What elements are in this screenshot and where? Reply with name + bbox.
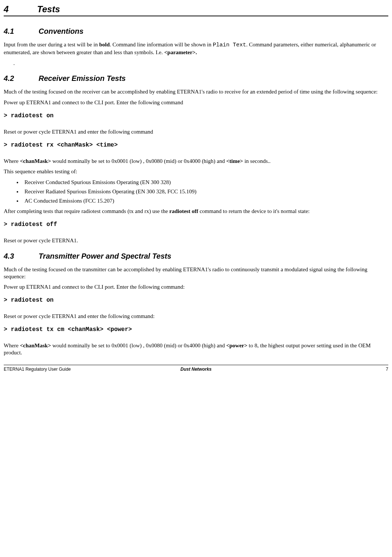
footer-left: ETERNA1 Regulatory User Guide [4, 367, 132, 372]
page-footer: ETERNA1 Regulatory User Guide Dust Netwo… [4, 365, 388, 372]
text-dot: . [13, 60, 388, 67]
text-bold: radiotest off [169, 208, 198, 214]
command-radiotest-on-2: > radiotest on [4, 296, 388, 304]
text-run: Where [4, 158, 20, 164]
command-radiotest-off: > radiotest off [4, 221, 388, 228]
paragraph-chanmask-power: Where <chanMask> would nominally be set … [4, 342, 388, 356]
paragraph: This sequence enables testing of: [4, 168, 388, 175]
section-title: Tests [37, 4, 60, 15]
command-radiotest-tx: > radiotest tx cm <chanMask> <power> [4, 326, 388, 333]
subsection-number: 4.1 [4, 27, 39, 36]
list-item: Receiver Conducted Spurious Emissions Op… [22, 179, 388, 186]
text-mono: Plain Text [213, 42, 246, 48]
paragraph: Much of the testing focused on the recei… [4, 88, 388, 95]
text-run: would nominally be set to 0x0001 (low) ,… [51, 158, 226, 164]
text-run: in seconds.. [243, 158, 270, 164]
bullet-list: Receiver Conducted Spurious Emissions Op… [22, 179, 388, 204]
text-bold: <parameter>. [164, 49, 197, 55]
subsection-heading-4-1: 4.1 Conventions [4, 27, 388, 36]
footer-center: Dust Networks [132, 367, 260, 372]
subsection-title: Conventions [39, 27, 83, 36]
command-radiotest-rx: > radiotest rx <chanMask> <time> [4, 141, 388, 149]
text-run: Input from the user during a test will b… [4, 42, 99, 47]
subsection-heading-4-3: 4.3 Transmitter Power and Spectral Tests [4, 252, 388, 261]
paragraph: Power up ETERNA1 and connect to the CLI … [4, 284, 388, 291]
paragraph: Much of the testing focused on the trans… [4, 266, 388, 280]
text-run: . Command line information will be shown… [110, 42, 213, 47]
paragraph-chanmask-time: Where <chanMask> would nominally be set … [4, 158, 388, 165]
text-bold: bold [99, 42, 109, 47]
text-run: command to return the device to it's nor… [198, 208, 310, 214]
subsection-number: 4.3 [4, 252, 39, 261]
text-run: would nominally be set to 0x0001 (low) ,… [51, 343, 226, 348]
paragraph: Reset or power cycle ETERNA1 and enter t… [4, 128, 388, 135]
text-bold: <time> [226, 158, 243, 164]
paragraph-radiotest-off-note: After completing tests that require radi… [4, 208, 388, 215]
subsection-title: Transmitter Power and Spectral Tests [39, 252, 171, 261]
section-heading-1: 4 Tests [4, 4, 388, 16]
subsection-title: Receiver Emission Tests [39, 74, 126, 83]
command-radiotest-on: > radiotest on [4, 112, 388, 119]
subsection-number: 4.2 [4, 74, 39, 83]
text-bold: <chanMask> [20, 343, 51, 348]
section-number: 4 [4, 4, 37, 15]
subsection-heading-4-2: 4.2 Receiver Emission Tests [4, 74, 388, 83]
text-bold: <power> [226, 343, 247, 348]
text-run: Where [4, 343, 20, 348]
footer-page-number: 7 [260, 367, 388, 372]
paragraph: Reset or power cycle ETERNA1. [4, 237, 388, 244]
list-item: AC Conducted Emissions (FCC 15.207) [22, 197, 388, 204]
paragraph: Reset or power cycle ETERNA1 and enter t… [4, 313, 388, 320]
text-run: After completing tests that require radi… [4, 208, 169, 214]
paragraph: Power up ETERNA1 and connect to the CLI … [4, 99, 388, 106]
list-item: Receiver Radiated Spurious Emissions Ope… [22, 188, 388, 195]
paragraph-conventions: Input from the user during a test will b… [4, 41, 388, 56]
text-bold: <chanMask> [20, 158, 51, 164]
